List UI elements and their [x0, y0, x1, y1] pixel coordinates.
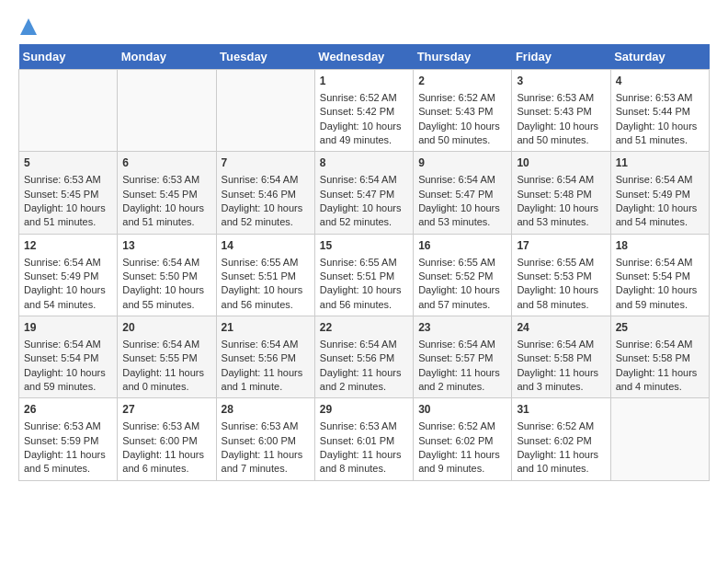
calendar-cell: 24Sunrise: 6:54 AMSunset: 5:58 PMDayligh… [512, 316, 610, 398]
cell-info: Sunset: 5:43 PM [517, 105, 605, 119]
cell-info: and 9 minutes. [418, 462, 506, 476]
cell-info: Sunrise: 6:52 AM [418, 419, 506, 433]
calendar-cell: 3Sunrise: 6:53 AMSunset: 5:43 PMDaylight… [512, 70, 610, 152]
cell-info: Sunrise: 6:54 AM [616, 173, 704, 187]
cell-info: Sunset: 5:58 PM [616, 351, 704, 365]
cell-info: Daylight: 11 hours [320, 366, 408, 380]
cell-info: and 5 minutes. [24, 462, 112, 476]
cell-info: Sunrise: 6:54 AM [616, 338, 704, 351]
cell-info: Sunrise: 6:54 AM [320, 338, 408, 351]
cell-info: Sunrise: 6:54 AM [122, 338, 210, 351]
day-number: 4 [616, 74, 704, 89]
calendar-cell: 2Sunrise: 6:52 AMSunset: 5:43 PMDaylight… [414, 70, 512, 152]
week-row-4: 19Sunrise: 6:54 AMSunset: 5:54 PMDayligh… [19, 316, 710, 398]
cell-info: Sunset: 6:01 PM [320, 434, 408, 448]
day-number: 6 [122, 155, 210, 171]
cell-info: Daylight: 10 hours [616, 283, 704, 297]
cell-info: and 10 minutes. [517, 462, 605, 476]
cell-info: Sunset: 5:51 PM [320, 270, 408, 283]
calendar-cell: 9Sunrise: 6:54 AMSunset: 5:47 PMDaylight… [414, 152, 512, 234]
cell-info: Sunset: 5:49 PM [616, 188, 704, 201]
cell-info: Daylight: 10 hours [222, 201, 310, 215]
week-row-5: 26Sunrise: 6:53 AMSunset: 5:59 PMDayligh… [19, 398, 710, 480]
cell-info: Daylight: 10 hours [320, 201, 408, 215]
calendar-cell: 29Sunrise: 6:53 AMSunset: 6:01 PMDayligh… [314, 398, 413, 480]
cell-info: and 53 minutes. [517, 215, 605, 229]
cell-info: Sunrise: 6:54 AM [616, 256, 704, 270]
cell-info: Daylight: 11 hours [122, 366, 210, 380]
cell-info: Daylight: 10 hours [517, 201, 605, 215]
week-row-1: 1Sunrise: 6:52 AMSunset: 5:42 PMDaylight… [19, 70, 710, 152]
day-number: 19 [24, 320, 112, 336]
cell-info: Sunrise: 6:53 AM [122, 419, 210, 433]
day-number: 12 [24, 238, 112, 254]
calendar-cell [19, 70, 118, 152]
cell-info: Sunrise: 6:53 AM [320, 419, 408, 433]
cell-info: Sunset: 6:00 PM [222, 434, 310, 448]
cell-info: Daylight: 11 hours [517, 366, 605, 380]
cell-info: Sunset: 5:55 PM [122, 351, 210, 365]
calendar-cell: 27Sunrise: 6:53 AMSunset: 6:00 PMDayligh… [118, 398, 216, 480]
day-number: 20 [122, 320, 210, 336]
header-row: SundayMondayTuesdayWednesdayThursdayFrid… [19, 44, 710, 70]
cell-info: Sunset: 5:43 PM [418, 105, 506, 119]
day-number: 15 [320, 238, 408, 254]
day-number: 27 [122, 402, 210, 418]
cell-info: Daylight: 10 hours [24, 283, 112, 297]
day-number: 16 [418, 238, 506, 254]
cell-info: Sunrise: 6:52 AM [418, 91, 506, 105]
cell-info: Sunrise: 6:55 AM [418, 256, 506, 270]
cell-info: and 58 minutes. [517, 298, 605, 312]
calendar-cell: 30Sunrise: 6:52 AMSunset: 6:02 PMDayligh… [414, 398, 512, 480]
cell-info: Daylight: 10 hours [320, 283, 408, 297]
cell-info: Sunset: 5:45 PM [122, 188, 210, 201]
day-number: 1 [320, 74, 408, 89]
calendar-cell: 19Sunrise: 6:54 AMSunset: 5:54 PMDayligh… [19, 316, 118, 398]
calendar-cell [118, 70, 216, 152]
header-cell-saturday: Saturday [610, 44, 709, 70]
calendar-cell: 7Sunrise: 6:54 AMSunset: 5:46 PMDaylight… [216, 152, 314, 234]
cell-info: Daylight: 10 hours [517, 283, 605, 297]
cell-info: and 51 minutes. [616, 133, 704, 147]
cell-info: and 59 minutes. [24, 380, 112, 394]
cell-info: and 8 minutes. [320, 462, 408, 476]
day-number: 8 [320, 155, 408, 171]
day-number: 23 [418, 320, 506, 336]
cell-info: and 2 minutes. [320, 380, 408, 394]
header-cell-wednesday: Wednesday [314, 44, 413, 70]
cell-info: Sunset: 5:46 PM [222, 188, 310, 201]
cell-info: Sunset: 6:00 PM [122, 434, 210, 448]
cell-info: Daylight: 10 hours [418, 120, 506, 133]
header-cell-monday: Monday [118, 44, 216, 70]
cell-info: Daylight: 11 hours [222, 448, 310, 462]
cell-info: Sunrise: 6:54 AM [517, 338, 605, 351]
cell-info: Sunrise: 6:52 AM [517, 419, 605, 433]
cell-info: Sunrise: 6:55 AM [517, 256, 605, 270]
cell-info: Sunset: 5:51 PM [222, 270, 310, 283]
day-number: 17 [517, 238, 605, 254]
cell-info: Sunrise: 6:53 AM [517, 91, 605, 105]
calendar-cell: 8Sunrise: 6:54 AMSunset: 5:47 PMDaylight… [314, 152, 413, 234]
cell-info: Sunset: 5:47 PM [320, 188, 408, 201]
calendar-cell: 21Sunrise: 6:54 AMSunset: 5:56 PMDayligh… [216, 316, 314, 398]
cell-info: and 56 minutes. [222, 298, 310, 312]
calendar-cell: 11Sunrise: 6:54 AMSunset: 5:49 PMDayligh… [610, 152, 709, 234]
day-number: 28 [222, 402, 310, 418]
cell-info: Daylight: 10 hours [517, 120, 605, 133]
cell-info: Sunset: 5:57 PM [418, 351, 506, 365]
cell-info: and 6 minutes. [122, 462, 210, 476]
cell-info: Sunset: 5:56 PM [222, 351, 310, 365]
cell-info: and 4 minutes. [616, 380, 704, 394]
day-number: 30 [418, 402, 506, 418]
cell-info: Daylight: 10 hours [616, 201, 704, 215]
calendar-cell: 23Sunrise: 6:54 AMSunset: 5:57 PMDayligh… [414, 316, 512, 398]
cell-info: Sunrise: 6:54 AM [418, 338, 506, 351]
cell-info: Sunset: 5:45 PM [24, 188, 112, 201]
cell-info: Sunset: 5:54 PM [24, 351, 112, 365]
cell-info: Sunset: 6:02 PM [517, 434, 605, 448]
cell-info: Sunrise: 6:54 AM [320, 173, 408, 187]
cell-info: Daylight: 10 hours [24, 366, 112, 380]
day-number: 21 [222, 320, 310, 336]
cell-info: Sunrise: 6:54 AM [517, 173, 605, 187]
week-row-3: 12Sunrise: 6:54 AMSunset: 5:49 PMDayligh… [19, 234, 710, 316]
